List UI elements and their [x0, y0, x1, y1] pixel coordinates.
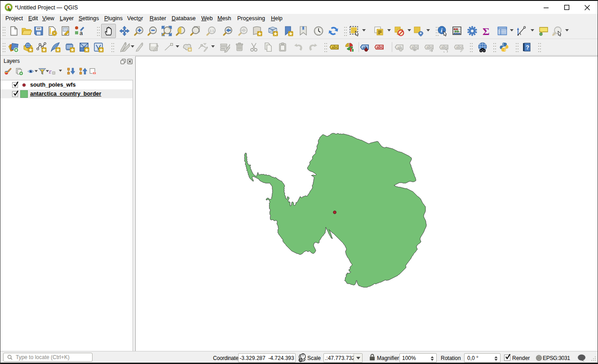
svg-text:a: a [80, 30, 83, 36]
svg-text:abc: abc [441, 45, 448, 49]
svg-text:1:1: 1:1 [210, 29, 214, 32]
svg-text:abc: abc [426, 45, 433, 49]
svg-text:Σ: Σ [483, 26, 490, 36]
svg-text:abc: abc [456, 45, 463, 49]
svg-text:abc: abc [332, 45, 338, 49]
svg-text:?: ? [526, 44, 529, 51]
svg-text:ε: ε [49, 67, 52, 75]
svg-text:abc: abc [412, 45, 418, 49]
svg-text:abc: abc [377, 45, 383, 49]
svg-text:i: i [441, 27, 443, 34]
